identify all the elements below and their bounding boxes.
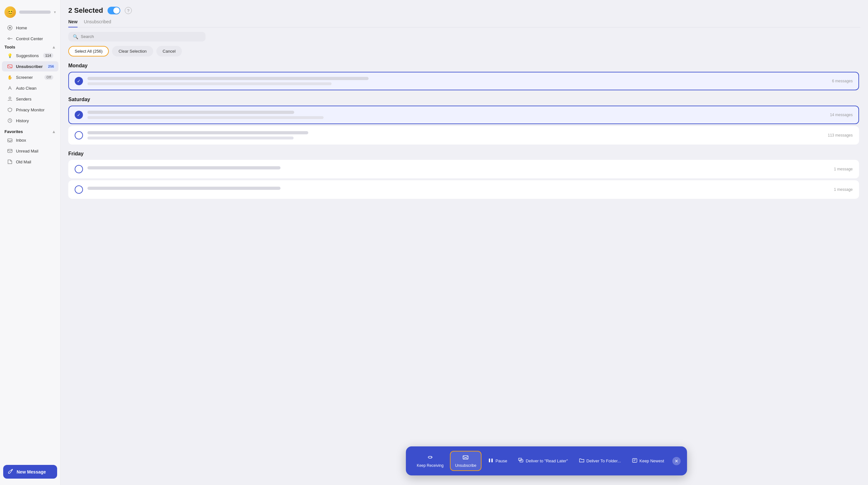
mail-content — [87, 187, 829, 192]
favorites-chevron-icon[interactable]: ▲ — [52, 129, 56, 134]
sidebar-item-history-label: History — [16, 118, 53, 123]
checkbox-checked-icon[interactable]: ✓ — [75, 77, 83, 85]
select-all-button[interactable]: Select All (256) — [68, 46, 109, 57]
tab-unsubscribed[interactable]: Unsubscribed — [84, 19, 112, 27]
sidebar-item-privacy-monitor[interactable]: Privacy Monitor — [2, 105, 58, 115]
keep-newest-label: Keep Newest — [640, 458, 664, 463]
mail-line2 — [87, 116, 323, 119]
tools-chevron-icon[interactable]: ▲ — [52, 45, 56, 50]
day-label-monday: Monday — [68, 63, 859, 69]
auto-clean-icon — [7, 85, 13, 91]
unsubscribe-label: Unsubscribe — [455, 463, 476, 468]
toolbar-close-button[interactable]: ✕ — [672, 457, 681, 465]
sidebar-item-home[interactable]: Home — [2, 23, 58, 33]
svg-point-2 — [8, 38, 10, 39]
checkbox-unchecked-icon[interactable] — [75, 165, 83, 173]
tab-new[interactable]: New — [68, 19, 78, 27]
clear-selection-button[interactable]: Clear Selection — [112, 46, 153, 57]
mail-row[interactable]: ✓ 14 messages — [68, 106, 859, 124]
mail-count: 1 message — [834, 167, 853, 171]
checkbox-unchecked-icon[interactable] — [75, 131, 83, 139]
deliver-folder-button[interactable]: Deliver To Folder... — [575, 455, 625, 467]
day-section-monday: Monday ✓ 6 messages — [68, 63, 859, 90]
unread-mail-icon — [7, 148, 13, 154]
svg-line-6 — [8, 65, 12, 68]
suggestions-icon: 💡 — [7, 53, 13, 58]
svg-rect-18 — [491, 458, 493, 462]
sidebar-item-privacy-monitor-label: Privacy Monitor — [16, 107, 53, 112]
action-buttons: Select All (256) Clear Selection Cancel — [68, 46, 860, 57]
pause-icon — [488, 458, 494, 464]
mail-row[interactable]: ✓ 6 messages — [68, 72, 859, 90]
sidebar-item-old-mail[interactable]: Old Mail — [2, 157, 58, 167]
tools-section: Tools ▲ — [0, 44, 60, 50]
control-center-icon — [7, 36, 13, 41]
sidebar-item-history[interactable]: History — [2, 116, 58, 126]
deliver-folder-label: Deliver To Folder... — [587, 458, 621, 463]
search-bar[interactable]: 🔍 — [68, 32, 206, 41]
sidebar: 😊 ▾ Home Control Center Tools ▲ 💡 Sugge — [0, 0, 61, 485]
day-section-saturday: Saturday ✓ 14 messages 113 messages — [68, 97, 859, 144]
svg-point-1 — [9, 27, 11, 29]
keep-newest-button[interactable]: Keep Newest — [627, 455, 669, 467]
deliver-read-later-label: Deliver to "Read Later" — [526, 458, 568, 463]
keep-receiving-label: Keep Receiving — [417, 463, 443, 468]
help-icon[interactable]: ? — [125, 7, 132, 14]
bottom-toolbar: Keep Receiving Unsubscribe Pause De — [406, 446, 687, 476]
sidebar-item-screener[interactable]: ✋ Screener Off — [2, 72, 58, 82]
favorites-section: Favorites ▲ — [0, 129, 60, 135]
new-message-button[interactable]: New Message — [3, 465, 57, 479]
sidebar-header: 😊 ▾ — [0, 4, 60, 22]
search-input[interactable] — [81, 34, 201, 39]
home-icon — [7, 25, 13, 31]
mail-line1 — [87, 111, 294, 114]
checkbox-unchecked-icon[interactable] — [75, 185, 83, 194]
mail-line1 — [87, 166, 280, 169]
mail-content — [87, 77, 828, 85]
svg-rect-17 — [489, 458, 490, 462]
unsubscribe-button[interactable]: Unsubscribe — [450, 451, 482, 471]
chevron-down-icon[interactable]: ▾ — [54, 10, 56, 14]
pause-button[interactable]: Pause — [484, 455, 512, 467]
account-name — [19, 10, 51, 14]
day-section-friday: Friday 1 message 1 message — [68, 151, 859, 199]
svg-rect-19 — [519, 458, 522, 460]
sidebar-item-auto-clean[interactable]: Auto Clean — [2, 83, 58, 93]
toggle-knob — [113, 7, 120, 14]
mail-row[interactable]: 1 message — [68, 180, 859, 199]
keep-receiving-icon — [427, 454, 433, 462]
sidebar-item-unsubscriber-label: Unsubscriber — [16, 64, 43, 69]
cancel-button[interactable]: Cancel — [156, 46, 182, 57]
inbox-icon — [7, 137, 13, 143]
privacy-monitor-icon — [7, 107, 13, 112]
sidebar-item-suggestions[interactable]: 💡 Suggestions 114 — [2, 51, 58, 61]
sidebar-item-senders[interactable]: Senders — [2, 94, 58, 104]
sidebar-item-control-center[interactable]: Control Center — [2, 33, 58, 44]
mail-row[interactable]: 1 message — [68, 160, 859, 179]
mail-row[interactable]: 113 messages — [68, 126, 859, 144]
checkbox-checked-icon[interactable]: ✓ — [75, 111, 83, 119]
deliver-read-later-button[interactable]: Deliver to "Read Later" — [514, 455, 572, 467]
unsubscribe-icon — [462, 454, 469, 462]
screener-icon: ✋ — [7, 74, 13, 80]
deliver-read-later-icon — [518, 458, 524, 464]
mail-line1 — [87, 187, 280, 190]
sidebar-item-control-center-label: Control Center — [16, 36, 53, 41]
sidebar-item-unsubscriber[interactable]: Unsubscriber 256 — [2, 61, 58, 71]
tools-label: Tools — [4, 45, 15, 50]
mail-line2 — [87, 82, 332, 85]
sidebar-item-inbox[interactable]: Inbox — [2, 135, 58, 145]
senders-icon — [7, 96, 13, 102]
sidebar-item-unread-mail-label: Unread Mail — [16, 149, 53, 154]
sidebar-item-unread-mail[interactable]: Unread Mail — [2, 146, 58, 156]
keep-newest-icon — [632, 458, 638, 464]
deliver-folder-icon — [579, 458, 585, 464]
keep-receiving-button[interactable]: Keep Receiving — [412, 452, 448, 470]
svg-rect-21 — [632, 458, 637, 462]
sidebar-item-home-label: Home — [16, 26, 53, 30]
favorites-label: Favorites — [4, 129, 23, 134]
sidebar-item-inbox-label: Inbox — [16, 138, 53, 142]
mail-content — [87, 166, 829, 172]
toggle-switch[interactable] — [107, 7, 120, 14]
screener-badge: Off — [44, 75, 53, 80]
